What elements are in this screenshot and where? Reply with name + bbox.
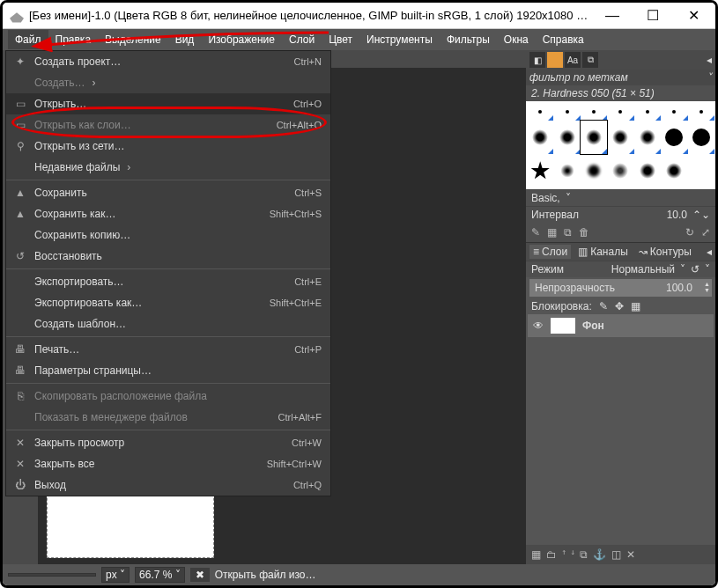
lock-position-icon[interactable]: ✥ [615,300,624,312]
menu-выделение[interactable]: Выделение [98,30,168,49]
menu-item-label: Сохранить [34,187,294,199]
new-group-icon[interactable]: 🗀 [546,548,557,561]
chevron-down-icon[interactable]: ˅ [707,71,712,84]
status-coords [8,573,96,577]
lock-paint-icon[interactable]: ✎ [599,300,608,312]
menu-item-icon: ▲ [11,186,29,200]
new-brush-icon[interactable]: ▦ [547,226,557,239]
menu-item[interactable]: ✦Создать проект…Ctrl+N [6,51,330,72]
history-tab-icon[interactable]: ⧉ [582,52,598,68]
maximize-button[interactable]: ☐ [633,3,673,29]
menu-item-label: Недавние файлы [34,161,322,173]
layers-icon: ≡ [533,246,539,258]
chevron-down-icon: ˅ [566,192,571,204]
menu-item-label: Печать… [34,343,294,356]
merge-layer-icon[interactable]: ⚓ [593,548,606,561]
menu-item[interactable]: ⚲Открыть из сети… [6,136,330,157]
menu-item-label: Закрыть просмотр [34,437,292,449]
menu-справка[interactable]: Справка [536,30,591,49]
brush-tab-icon[interactable]: ◧ [529,52,545,68]
menu-item-icon [11,296,29,310]
menu-вид[interactable]: Вид [168,30,202,49]
menu-файл[interactable]: Файл [8,30,48,49]
menu-item-label: Создать шаблон… [34,318,322,330]
opacity-value: 100.0 [666,282,707,294]
menu-item[interactable]: ▲СохранитьCtrl+S [6,182,330,203]
edit-brush-icon[interactable]: ✎ [531,226,540,239]
pattern-tab-icon[interactable] [547,52,563,68]
tab-channels[interactable]: ▥Каналы [574,245,632,259]
menu-item-label: Сохранить как… [34,208,270,220]
file-menu: ✦Создать проект…Ctrl+NСоздать…▭Открыть…C… [5,50,331,496]
menubar: ФайлПравкаВыделениеВидИзображениеСлойЦве… [3,29,715,50]
mask-layer-icon[interactable]: ◫ [611,548,621,561]
menu-item[interactable]: Создать шаблон… [6,313,330,334]
visibility-icon[interactable]: 👁 [533,320,544,332]
brush-selected[interactable] [581,121,607,153]
minimize-button[interactable]: — [592,3,633,29]
mode-reset-icon[interactable]: ↺ [691,263,699,276]
layer-name[interactable]: Фон [582,320,604,332]
menu-item[interactable]: ▭Открыть…Ctrl+O [6,93,330,114]
lock-alpha-icon[interactable]: ▦ [631,300,640,312]
panel-collapse-icon[interactable]: ◂ [707,54,712,66]
brush-preset-selector[interactable]: Basic, ˅ [526,189,715,206]
layer-opacity-slider[interactable]: Непрозрачность 100.0 ▲▼ [529,279,712,297]
menu-правка[interactable]: Правка [48,30,99,49]
menu-item[interactable]: Недавние файлы [6,157,330,178]
brush-interval-field[interactable]: Интервал 10.0 ⌃⌄ [526,206,715,223]
duplicate-layer-icon[interactable]: ⧉ [580,548,588,561]
menu-слой[interactable]: Слой [282,30,322,49]
close-button[interactable]: ✕ [673,3,714,29]
menu-item[interactable]: Сохранить копию… [6,224,330,246]
tab-paths[interactable]: ↝Контуры [635,245,695,259]
menu-item[interactable]: Экспортировать…Ctrl+E [6,271,330,292]
opacity-label: Непрозрачность [535,282,615,294]
menu-item-icon: ▭ [11,118,29,132]
chevron-down-icon[interactable]: ˅ [705,263,710,276]
menu-item[interactable]: ⏻ВыходCtrl+Q [6,474,330,496]
chevron-down-icon[interactable]: ˅ [680,263,685,276]
panel-collapse-icon[interactable]: ◂ [707,246,712,258]
menu-фильтры[interactable]: Фильтры [440,30,497,49]
raise-layer-icon[interactable]: ꜛ [562,548,566,561]
menu-item-icon: ✦ [11,55,29,69]
menu-item[interactable]: ↺Восстановить [6,246,330,267]
layer-mode-row[interactable]: Режим Нормальный ˅ ↺ ˅ [526,261,715,277]
stepper-icon[interactable]: ⌃⌄ [692,209,710,221]
menu-item-icon [11,410,29,424]
menu-окна[interactable]: Окна [497,30,536,49]
channels-icon: ▥ [578,246,588,258]
open-brush-icon[interactable]: ⤢ [701,226,710,239]
brush-tag-filter[interactable]: фильтр по меткам ˅ [526,70,715,85]
new-layer-icon[interactable]: ▦ [531,548,541,561]
menu-item: Создать… [6,72,330,93]
status-cancel-button[interactable]: ✖ [190,568,210,582]
menu-item[interactable]: 🖶Печать…Ctrl+P [6,339,330,360]
menu-item-icon: ▭ [11,97,29,111]
unit-selector[interactable]: px ˅ [101,567,130,583]
menu-item-shortcut: Shift+Ctrl+E [270,298,322,308]
zoom-selector[interactable]: 66.7 % ˅ [135,567,185,583]
tab-layers[interactable]: ≡Слои [529,245,571,259]
menu-item[interactable]: ✕Закрыть просмотрCtrl+W [6,432,330,453]
layer-row[interactable]: 👁 Фон [528,314,714,337]
font-tab-icon[interactable]: Aa [565,52,581,68]
menu-item-icon: ⚲ [11,139,29,153]
menu-item-icon [11,160,29,174]
lower-layer-icon[interactable]: ꜜ [571,548,574,561]
duplicate-brush-icon[interactable]: ⧉ [564,226,572,239]
menu-инструменты[interactable]: Инструменты [359,30,440,49]
menu-item[interactable]: Экспортировать как…Shift+Ctrl+E [6,292,330,313]
delete-layer-icon[interactable]: ✕ [626,548,635,561]
menu-item[interactable]: 🖶Параметры страницы… [6,360,330,381]
menu-цвет[interactable]: Цвет [322,30,359,49]
refresh-brush-icon[interactable]: ↻ [685,226,694,239]
menu-item[interactable]: ✕Закрыть всеShift+Ctrl+W [6,453,330,474]
brush-grid[interactable] [526,101,715,189]
menu-separator [6,268,330,269]
stepper-icon[interactable]: ▲▼ [704,281,710,293]
menu-изображение[interactable]: Изображение [201,30,282,49]
menu-item[interactable]: ▲Сохранить как…Shift+Ctrl+S [6,203,330,224]
delete-brush-icon[interactable]: 🗑 [579,226,589,239]
